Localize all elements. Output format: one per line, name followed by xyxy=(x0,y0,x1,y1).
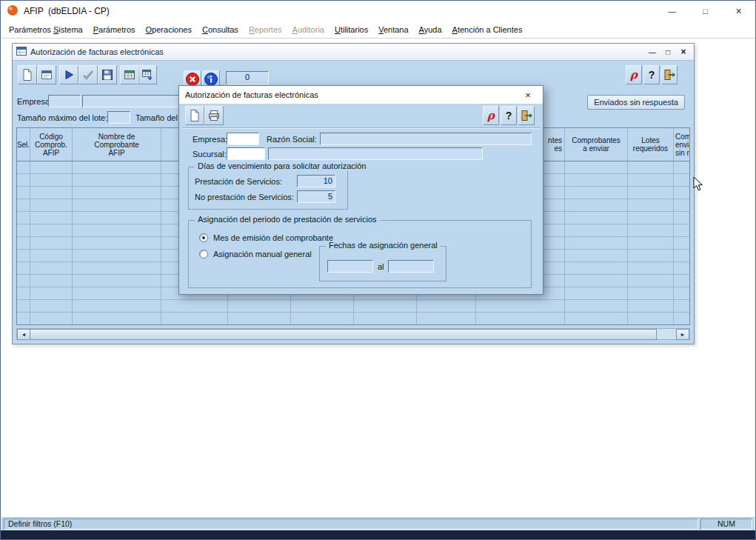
table-cell[interactable] xyxy=(30,313,73,324)
table-cell[interactable] xyxy=(30,224,73,236)
tamano-maximo-field[interactable] xyxy=(107,111,130,124)
table-cell[interactable] xyxy=(674,300,690,312)
table-cell[interactable] xyxy=(628,199,674,211)
dialog-print-button[interactable] xyxy=(204,106,224,125)
table-cell[interactable] xyxy=(30,250,73,261)
sucursal-code-field[interactable] xyxy=(227,147,265,160)
table-cell[interactable] xyxy=(17,224,30,236)
table-cell[interactable] xyxy=(565,313,628,324)
table-cell[interactable] xyxy=(628,161,674,173)
dialog-close-button[interactable]: × xyxy=(519,87,537,102)
table-cell[interactable] xyxy=(73,300,161,312)
table-cell[interactable] xyxy=(565,212,628,224)
table-cell[interactable] xyxy=(73,275,161,287)
table-cell[interactable] xyxy=(73,224,161,236)
table-cell[interactable] xyxy=(354,313,417,324)
table-cell[interactable] xyxy=(17,250,30,261)
table-cell[interactable] xyxy=(565,237,628,249)
scroll-left-button[interactable]: ◄ xyxy=(17,329,30,340)
table-cell[interactable] xyxy=(565,187,628,199)
table-cell[interactable] xyxy=(674,187,690,199)
fecha-desde-field[interactable] xyxy=(327,260,373,273)
table-cell[interactable] xyxy=(628,187,674,199)
table-cell[interactable] xyxy=(73,212,161,224)
table-cell[interactable] xyxy=(674,212,690,224)
table-cell[interactable] xyxy=(628,275,674,287)
table-cell[interactable] xyxy=(30,287,73,299)
save-button[interactable] xyxy=(98,65,117,84)
fecha-hasta-field[interactable] xyxy=(388,260,434,273)
table-cell[interactable] xyxy=(628,237,674,249)
table-cell[interactable] xyxy=(565,262,628,274)
column-header-comprobantes-a-enviar[interactable]: Comprobantesa enviar xyxy=(565,128,628,161)
table-row[interactable] xyxy=(17,300,689,313)
table-cell[interactable] xyxy=(228,313,291,324)
child-maximize-button[interactable]: □ xyxy=(661,47,675,58)
dialog-titlebar[interactable]: Autorización de facturas electrónicas × xyxy=(179,86,543,104)
dialog-rho-tool-button[interactable]: ρ xyxy=(483,106,499,125)
table-cell[interactable] xyxy=(417,313,476,324)
table-cell[interactable] xyxy=(674,275,690,287)
rho-tool-button[interactable]: ρ xyxy=(626,65,642,84)
table-cell[interactable] xyxy=(30,174,73,186)
table-cell[interactable] xyxy=(17,313,30,324)
column-header-nombre-comprobante-afip[interactable]: Nombre deComprobanteAFIP xyxy=(73,128,161,161)
table-cell[interactable] xyxy=(73,161,161,173)
table-cell[interactable] xyxy=(17,187,30,199)
empresa-code-field[interactable] xyxy=(48,95,81,107)
menu-item-parametros-sistema[interactable]: Parámetros Sistema xyxy=(4,23,88,36)
close-button[interactable]: × xyxy=(722,1,755,21)
table-export-button[interactable] xyxy=(138,65,157,84)
properties-button[interactable] xyxy=(37,65,56,84)
table-cell[interactable] xyxy=(73,199,161,211)
run-button[interactable] xyxy=(59,65,78,84)
table-cell[interactable] xyxy=(73,174,161,186)
table-cell[interactable] xyxy=(30,199,73,211)
table-cell[interactable] xyxy=(628,250,674,261)
exit-button[interactable] xyxy=(661,65,678,84)
scrollbar-thumb[interactable] xyxy=(30,329,657,340)
maximize-button[interactable]: □ xyxy=(689,1,722,21)
horizontal-scrollbar[interactable]: ◄ ► xyxy=(16,328,690,340)
table-cell[interactable] xyxy=(628,287,674,299)
table-cell[interactable] xyxy=(17,300,30,312)
table-cell[interactable] xyxy=(628,212,674,224)
table-cell[interactable] xyxy=(30,300,73,312)
sucursal-name-field[interactable] xyxy=(268,147,483,160)
table-cell[interactable] xyxy=(17,237,30,249)
table-cell[interactable] xyxy=(628,174,674,186)
table-cell[interactable] xyxy=(73,262,161,274)
menu-item-ventana[interactable]: Ventana xyxy=(373,23,413,36)
table-cell[interactable] xyxy=(565,161,628,173)
window-titlebar[interactable]: AFIP (dbELDIA - CP) — □ × xyxy=(1,1,755,21)
menu-item-utilitarios[interactable]: Utilitarios xyxy=(330,23,373,36)
enviados-sin-respuesta-button[interactable]: Enviados sin respuesta xyxy=(587,95,685,110)
table-cell[interactable] xyxy=(73,237,161,249)
dialog-empresa-field[interactable] xyxy=(227,133,259,145)
table-cell[interactable] xyxy=(565,275,628,287)
prestacion-field[interactable]: 10 xyxy=(297,175,335,187)
menu-item-atencion-a-clientes[interactable]: Atención a Clientes xyxy=(447,23,528,36)
table-cell[interactable] xyxy=(354,300,417,312)
table-cell[interactable] xyxy=(30,262,73,274)
table-cell[interactable] xyxy=(674,237,690,249)
dialog-new-document-button[interactable] xyxy=(185,106,204,125)
help-button[interactable]: ? xyxy=(643,65,660,84)
table-cell[interactable] xyxy=(161,313,228,324)
table-cell[interactable] xyxy=(161,300,228,312)
table-cell[interactable] xyxy=(565,174,628,186)
radio-mes-emision[interactable] xyxy=(199,233,208,242)
table-cell[interactable] xyxy=(476,313,565,324)
table-cell[interactable] xyxy=(565,300,628,312)
table-cell[interactable] xyxy=(30,187,73,199)
column-header-codigo-comprob-afip[interactable]: CódigoComprob.AFIP xyxy=(30,128,73,161)
confirm-button[interactable] xyxy=(78,65,98,84)
table-cell[interactable] xyxy=(291,300,354,312)
table-cell[interactable] xyxy=(565,287,628,299)
table-cell[interactable] xyxy=(628,300,674,312)
new-document-button[interactable] xyxy=(18,65,37,84)
minimize-button[interactable]: — xyxy=(655,1,689,21)
table-cell[interactable] xyxy=(628,224,674,236)
menu-item-parametros[interactable]: Parámetros xyxy=(88,23,141,36)
table-cell[interactable] xyxy=(674,262,690,274)
